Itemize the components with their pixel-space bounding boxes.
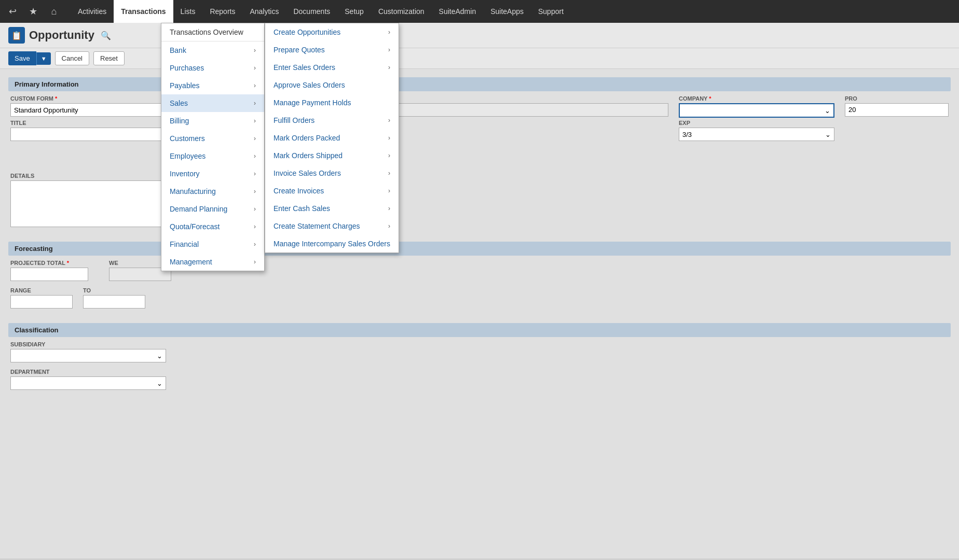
exp-field: EXP 3/3⌄ [679,120,834,141]
top-navigation: ↩ ★ ⌂ Activities Transactions Lists Repo… [0,0,959,23]
management-chevron: › [254,258,256,265]
page-icon: 📋 [8,27,25,44]
transactions-overview-item[interactable]: Transactions Overview [161,23,264,41]
mark-orders-packed-chevron: › [388,134,390,142]
forecasting-section: Forecasting PROJECTED TOTAL * 0.00 WE 0.… [8,242,951,315]
bank-chevron: › [254,47,256,54]
company-label: COMPANY * [679,95,834,102]
create-invoices-chevron: › [388,187,390,194]
details-label: DETAILS [10,173,949,179]
nav-lists[interactable]: Lists [173,0,203,23]
submenu-create-statement-charges[interactable]: Create Statement Charges › [265,217,399,235]
nav-activities[interactable]: Activities [71,0,114,23]
submenu-create-opportunities[interactable]: Create Opportunities › [265,23,399,41]
menu-manufacturing[interactable]: Manufacturing › [161,183,264,200]
forecasting-section-header: Forecasting [8,242,951,256]
sales-submenu: Create Opportunities › Prepare Quotes › … [265,23,399,253]
nav-transactions[interactable]: Transactions [114,0,173,23]
menu-demand-planning[interactable]: Demand Planning › [161,200,264,218]
search-icon[interactable]: 🔍 [99,29,113,43]
title-label: TITLE [10,120,166,126]
nav-icon-group: ↩ ★ ⌂ [4,3,62,20]
menu-payables[interactable]: Payables › [161,77,264,94]
company-input[interactable]: ⌄ [679,103,834,118]
pro-field: PRO 20 [845,95,949,118]
mark-orders-shipped-chevron: › [388,152,390,159]
nav-documents[interactable]: Documents [286,0,337,23]
submenu-prepare-quotes[interactable]: Prepare Quotes › [265,41,399,59]
fulfill-orders-chevron: › [388,117,390,124]
nav-suiteapps[interactable]: SuiteApps [483,0,531,23]
submenu-mark-orders-shipped[interactable]: Mark Orders Shipped › [265,147,399,164]
inventory-chevron: › [254,170,256,177]
back-icon[interactable]: ↩ [4,3,21,20]
menu-sales[interactable]: Sales › [161,94,264,112]
exp-label: EXP [679,120,834,126]
submenu-manage-payment-holds[interactable]: Manage Payment Holds [265,94,399,111]
financial-chevron: › [254,241,256,248]
cancel-button[interactable]: Cancel [55,51,89,65]
custom-form-field: CUSTOM FORM * Standard Opportunity [10,95,166,118]
page-header: 📋 Opportunity 🔍 [0,23,959,48]
submenu-invoice-sales-orders[interactable]: Invoice Sales Orders › [265,164,399,182]
menu-billing[interactable]: Billing › [161,112,264,130]
custom-form-label: CUSTOM FORM * [10,95,166,102]
toolbar: Save ▼ Cancel Reset [0,48,959,69]
menu-financial[interactable]: Financial › [161,235,264,253]
menu-bank[interactable]: Bank › [161,41,264,59]
projected-total-input[interactable]: 0.00 [10,268,88,281]
classification-section: Classification SUBSIDIARY ⌄ DEPARTMENT ⌄ [8,323,951,396]
subsidiary-select[interactable]: ⌄ [10,349,166,362]
company-field: COMPANY * ⌄ [679,95,834,118]
menu-purchases[interactable]: Purchases › [161,59,264,77]
submenu-create-invoices[interactable]: Create Invoices › [265,182,399,200]
quota-forecast-chevron: › [254,223,256,230]
forecasting-row: PROJECTED TOTAL * 0.00 WE 0.0 [8,260,951,287]
menu-customers[interactable]: Customers › [161,130,264,147]
range-row: RANGE 0.00 TO 0.00 [8,287,951,315]
submenu-enter-sales-orders[interactable]: Enter Sales Orders › [265,59,399,76]
submenu-mark-orders-packed[interactable]: Mark Orders Packed › [265,129,399,147]
billing-chevron: › [254,117,256,124]
nav-reports[interactable]: Reports [202,0,242,23]
enter-sales-orders-chevron: › [388,64,390,71]
nav-setup[interactable]: Setup [337,0,371,23]
exp-select[interactable]: 3/3⌄ [679,128,834,141]
submenu-manage-intercompany[interactable]: Manage Intercompany Sales Orders [265,235,399,253]
menu-management[interactable]: Management › [161,253,264,271]
title-input[interactable] [10,128,166,141]
to-input[interactable]: 0.00 [83,295,145,309]
reset-button[interactable]: Reset [93,51,125,65]
customers-chevron: › [254,135,256,142]
save-button[interactable]: Save [8,51,36,65]
pro-label: PRO [845,95,949,102]
submenu-enter-cash-sales[interactable]: Enter Cash Sales › [265,200,399,217]
nav-suiteadmin[interactable]: SuiteAdmin [432,0,484,23]
projected-total-field: PROJECTED TOTAL * 0.00 [10,260,88,281]
nav-analytics[interactable]: Analytics [242,0,286,23]
save-dropdown-button[interactable]: ▼ [36,52,51,65]
department-select[interactable]: ⌄ [10,376,166,390]
star-icon[interactable]: ★ [25,3,42,20]
title-form-grid: TITLE EXP 3/3⌄ [8,120,951,147]
manufacturing-chevron: › [254,188,256,195]
pro-value[interactable]: 20 [845,103,949,117]
page-title: Opportunity [29,29,94,42]
submenu-fulfill-orders[interactable]: Fulfill Orders › [265,111,399,129]
department-label: DEPARTMENT [10,369,166,375]
range-input[interactable]: 0.00 [10,295,73,309]
custom-form-select[interactable]: Standard Opportunity [10,103,166,117]
invoice-sales-orders-chevron: › [388,170,390,177]
submenu-approve-sales-orders[interactable]: Approve Sales Orders [265,76,399,94]
nav-customization[interactable]: Customization [371,0,432,23]
enter-cash-sales-chevron: › [388,205,390,212]
main-content: Primary Information CUSTOM FORM * Standa… [0,69,959,558]
home-icon[interactable]: ⌂ [46,3,62,20]
menu-quota-forecast[interactable]: Quota/Forecast › [161,218,264,235]
range-field: RANGE 0.00 [10,287,73,309]
create-statement-charges-chevron: › [388,222,390,230]
nav-support[interactable]: Support [531,0,571,23]
primary-section-header: Primary Information [8,77,951,91]
menu-employees[interactable]: Employees › [161,147,264,165]
menu-inventory[interactable]: Inventory › [161,165,264,183]
